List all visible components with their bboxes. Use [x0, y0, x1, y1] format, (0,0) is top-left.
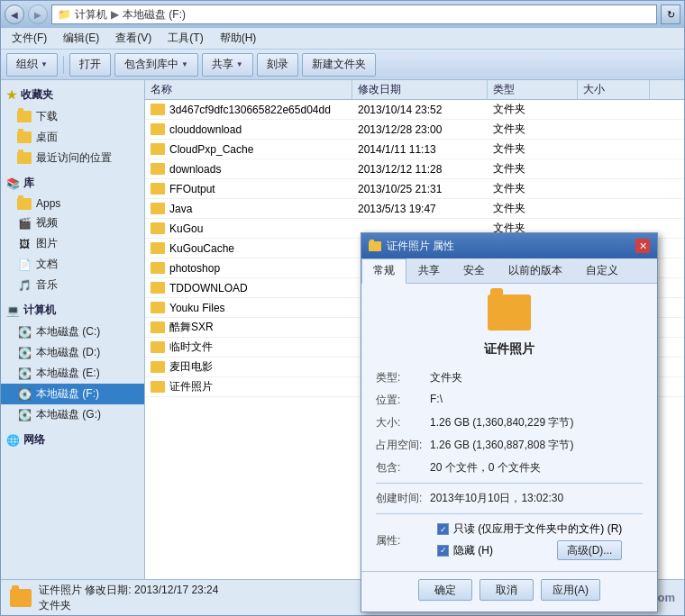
sidebar-item-recent[interactable]: 最近访问的位置 — [1, 148, 144, 168]
table-row[interactable]: FFOutput 2013/10/25 21:31 文件夹 — [145, 179, 684, 199]
dialog-divider-2 — [376, 513, 643, 514]
dialog-tab-security[interactable]: 安全 — [452, 258, 497, 283]
new-folder-button[interactable]: 新建文件夹 — [302, 53, 376, 77]
table-row[interactable]: downloads 2013/12/12 11:28 文件夹 — [145, 159, 684, 179]
file-name: TDDOWNLOAD — [169, 282, 248, 294]
hidden-checkbox-item[interactable]: 隐藏 (H) 高级(D)... — [437, 540, 622, 560]
dialog-body: 证件照片 类型: 文件夹 位置: F:\ 大小: 1.26 GB (1,360,… — [361, 284, 657, 571]
menu-tools[interactable]: 工具(T) — [160, 29, 210, 48]
sidebar-item-drive-f[interactable]: 💽 本地磁盘 (F:) — [1, 384, 144, 404]
file-cell-name: KuGouCache — [145, 242, 352, 255]
include-library-label: 包含到库中 — [124, 57, 178, 72]
folder-icon — [151, 282, 165, 294]
menu-help[interactable]: 帮助(H) — [213, 29, 264, 48]
file-cell-name: 证件照片 — [145, 379, 352, 394]
file-name: 3d467cf9dfc130665822e65d04dd — [169, 104, 331, 116]
status-type: 文件夹 — [39, 598, 218, 613]
burn-button[interactable]: 刻录 — [257, 53, 298, 77]
dialog-type-row: 类型: 文件夹 — [376, 370, 643, 385]
library-header[interactable]: 📚 库 — [1, 172, 144, 195]
dialog-disk-row: 占用空间: 1.26 GB (1,360,887,808 字节) — [376, 438, 643, 453]
new-folder-label: 新建文件夹 — [312, 57, 366, 72]
sidebar-item-images[interactable]: 🖼 图片 — [1, 233, 144, 254]
open-button[interactable]: 打开 — [69, 53, 111, 77]
dialog-close-button[interactable]: ✕ — [635, 239, 650, 253]
computer-header[interactable]: 💻 计算机 — [1, 299, 144, 322]
readonly-checkbox[interactable] — [437, 523, 449, 535]
toolbar: 组织 ▼ 打开 包含到库中 ▼ 共享 ▼ 刻录 新建文件夹 — [1, 50, 684, 80]
network-header[interactable]: 🌐 网络 — [1, 429, 144, 451]
file-cell-date: 2013/10/25 21:31 — [352, 183, 488, 195]
organize-button[interactable]: 组织 ▼ — [6, 53, 58, 77]
menu-edit[interactable]: 编辑(E) — [56, 29, 106, 48]
sidebar-item-docs[interactable]: 📄 文档 — [1, 254, 144, 275]
path-part-1[interactable]: 计算机 — [75, 7, 107, 23]
sidebar-item-video[interactable]: 🎬 视频 — [1, 213, 144, 233]
sidebar-item-drive-d-label: 本地磁盘 (D:) — [36, 345, 100, 360]
organize-arrow: ▼ — [41, 60, 48, 68]
col-header-type[interactable]: 类型 — [488, 80, 578, 99]
share-button[interactable]: 共享 ▼ — [202, 53, 253, 77]
dialog-tabs: 常规 共享 安全 以前的版本 自定义 — [361, 258, 657, 284]
col-header-size[interactable]: 大小 — [578, 80, 650, 99]
folder-icon — [17, 198, 32, 210]
file-cell-type: 文件夹 — [488, 122, 578, 137]
file-name: 酷舞SXR — [169, 320, 214, 335]
file-cell-date: 2014/1/11 11:13 — [352, 143, 488, 156]
favorites-header[interactable]: ★ 收藏夹 — [1, 84, 144, 106]
dialog-tab-previous[interactable]: 以前的版本 — [497, 258, 574, 283]
path-bar[interactable]: 📁 计算机 ▶ 本地磁盘 (F:) — [51, 5, 657, 24]
status-info: 证件照片 修改日期: 2013/12/17 23:24 文件夹 — [39, 583, 218, 613]
sidebar-item-download[interactable]: 下载 — [1, 106, 144, 127]
sidebar-item-drive-g[interactable]: 💽 本地磁盘 (G:) — [1, 404, 144, 425]
sidebar-item-apps[interactable]: Apps — [1, 195, 144, 213]
path-part-2[interactable]: 本地磁盘 (F:) — [123, 7, 186, 23]
network-icon: 🌐 — [6, 434, 20, 447]
folder-icon — [151, 242, 165, 254]
dialog-folder-icon — [488, 294, 531, 331]
table-row[interactable]: CloudPxp_Cache 2014/1/11 11:13 文件夹 — [145, 140, 684, 159]
include-library-button[interactable]: 包含到库中 ▼ — [114, 53, 198, 77]
back-button[interactable]: ◀ — [5, 5, 24, 24]
computer-label: 计算机 — [23, 303, 56, 318]
forward-button[interactable]: ▶ — [28, 5, 48, 24]
dialog-tab-share[interactable]: 共享 — [406, 258, 452, 283]
ok-button[interactable]: 确定 — [418, 579, 472, 601]
sidebar-item-drive-c[interactable]: 💽 本地磁盘 (C:) — [1, 322, 144, 342]
file-name: 证件照片 — [169, 379, 213, 394]
hidden-checkbox[interactable] — [437, 545, 449, 557]
apply-button[interactable]: 应用(A) — [541, 579, 600, 601]
file-cell-name: Youku Files — [145, 302, 352, 314]
table-row[interactable]: clouddownload 2013/12/28 23:00 文件夹 — [145, 120, 684, 140]
star-icon: ★ — [6, 88, 17, 102]
refresh-button[interactable]: ↻ — [661, 5, 680, 24]
sidebar-item-music[interactable]: 🎵 音乐 — [1, 275, 144, 295]
file-cell-name: CloudPxp_Cache — [145, 143, 352, 156]
dialog-location-row: 位置: F:\ — [376, 393, 643, 408]
file-cell-name: Java — [145, 203, 352, 215]
file-name: Java — [169, 203, 192, 215]
dialog-folder-name: 证件照片 — [376, 341, 643, 358]
folder-icon — [151, 222, 165, 234]
readonly-checkbox-item[interactable]: 只读 (仅应用于文件夹中的文件) (R) — [437, 521, 622, 537]
sidebar-item-recent-label: 最近访问的位置 — [36, 150, 112, 166]
col-header-name[interactable]: 名称 — [145, 80, 352, 99]
dialog-tab-custom[interactable]: 自定义 — [574, 258, 630, 283]
sidebar-item-desktop[interactable]: 桌面 — [1, 127, 144, 148]
menu-view[interactable]: 查看(V) — [108, 29, 159, 48]
dialog-tab-general[interactable]: 常规 — [361, 258, 406, 284]
dialog-size-label: 大小: — [376, 415, 430, 430]
sidebar-item-drive-d[interactable]: 💽 本地磁盘 (D:) — [1, 342, 144, 363]
advanced-button[interactable]: 高级(D)... — [557, 540, 623, 560]
sidebar-item-drive-e[interactable]: 💽 本地磁盘 (E:) — [1, 363, 144, 384]
cancel-button[interactable]: 取消 — [480, 579, 534, 601]
dialog-attr-row: 属性: 只读 (仅应用于文件夹中的文件) (R) 隐藏 (H) 高级(D)... — [376, 521, 643, 560]
properties-dialog[interactable]: 证件照片 属性 ✕ 常规 共享 安全 以前的版本 自定义 证件照片 类型: 文件… — [361, 232, 658, 612]
checkbox-group: 只读 (仅应用于文件夹中的文件) (R) 隐藏 (H) 高级(D)... — [437, 521, 622, 560]
file-cell-date: 2013/5/13 19:47 — [352, 203, 488, 215]
network-label: 网络 — [23, 432, 45, 448]
table-row[interactable]: 3d467cf9dfc130665822e65d04dd 2013/10/14 … — [145, 100, 684, 120]
col-header-date[interactable]: 修改日期 — [352, 80, 488, 99]
table-row[interactable]: Java 2013/5/13 19:47 文件夹 — [145, 199, 684, 219]
menu-file[interactable]: 文件(F) — [5, 29, 54, 48]
